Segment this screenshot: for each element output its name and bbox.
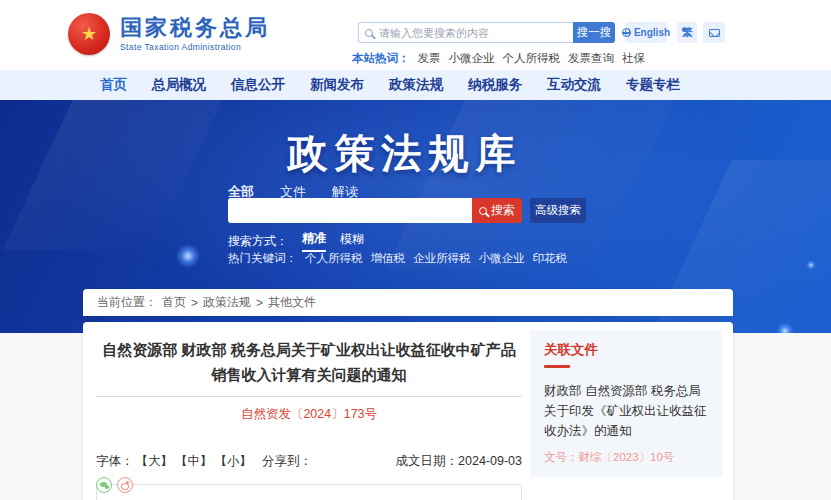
banner-decoration <box>3 100 228 250</box>
page: ★ 国家税务总局 State Taxation Administration 搜… <box>0 0 831 500</box>
mail-button[interactable] <box>703 22 725 43</box>
logo-text: 国家税务总局 State Taxation Administration <box>120 16 270 52</box>
mail-icon <box>709 29 720 37</box>
site-logo[interactable]: ★ 国家税务总局 State Taxation Administration <box>68 13 270 55</box>
nav-item-home[interactable]: 首页 <box>100 76 127 94</box>
policy-search-button[interactable]: 搜索 <box>472 198 522 223</box>
english-button[interactable]: English <box>625 22 667 43</box>
hot-keywords-row: 热门关键词： 个人所得税 增值税 企业所得税 小微企业 印花税 <box>228 251 567 266</box>
related-documents-title: 关联文件 <box>544 341 708 359</box>
search-icon <box>365 29 373 37</box>
nav-item-special[interactable]: 专题专栏 <box>626 76 680 94</box>
banner-glow-dot <box>806 260 816 270</box>
nav-item-news[interactable]: 新闻发布 <box>310 76 364 94</box>
mode-fuzzy[interactable]: 模糊 <box>340 231 364 251</box>
traditional-chinese-button[interactable]: 繁 <box>677 22 697 43</box>
search-mode-label: 搜索方式： <box>228 233 288 250</box>
document-meta-row: 字体： 【大】 【中】 【小】 分享到： 成文日期：2024-09-03 <box>96 453 522 470</box>
title-divider <box>96 396 522 397</box>
document-card: 自然资源部 财政部 税务总局关于矿业权出让收益征收中矿产品销售收入计算有关问题的… <box>83 322 733 500</box>
related-document-link[interactable]: 财政部 自然资源部 税务总局关于印发《矿业权出让收益征收办法》的通知 <box>544 381 708 441</box>
related-documents-panel: 关联文件 财政部 自然资源部 税务总局关于印发《矿业权出让收益征收办法》的通知 … <box>530 330 722 477</box>
wechat-share-icon[interactable] <box>96 477 112 493</box>
share-icons-row <box>96 477 522 493</box>
banner-glow-dot <box>776 322 794 333</box>
header-search-input[interactable] <box>379 27 567 39</box>
keyword-link[interactable]: 印花税 <box>533 251 568 266</box>
font-share-controls: 字体： 【大】 【中】 【小】 分享到： <box>96 453 312 470</box>
hotword-link[interactable]: 社保 <box>622 51 645 66</box>
breadcrumb-home[interactable]: 首页 <box>162 294 186 311</box>
font-small-button[interactable]: 【小】 <box>215 453 253 470</box>
hotwords-label: 本站热词： <box>352 51 410 66</box>
site-hotwords: 本站热词： 发票 小微企业 个人所得税 发票查询 社保 <box>352 51 645 66</box>
breadcrumb-policies[interactable]: 政策法规 <box>203 294 251 311</box>
hotword-link[interactable]: 小微企业 <box>449 51 495 66</box>
nav-item-policies[interactable]: 政策法规 <box>389 76 443 94</box>
top-header: ★ 国家税务总局 State Taxation Administration 搜… <box>0 0 831 70</box>
keyword-link[interactable]: 企业所得税 <box>413 251 471 266</box>
keyword-link[interactable]: 小微企业 <box>479 251 525 266</box>
font-medium-button[interactable]: 【中】 <box>175 453 213 470</box>
font-size-label: 字体： <box>96 453 134 470</box>
main-nav-items: 首页 总局概况 信息公开 新闻发布 政策法规 纳税服务 互动交流 专题专栏 <box>100 70 680 100</box>
publish-date-value: 2024-09-03 <box>458 454 522 468</box>
banner-glow-dot <box>176 244 200 268</box>
hotword-link[interactable]: 发票 <box>418 51 441 66</box>
document-title: 自然资源部 财政部 税务总局关于矿业权出让收益征收中矿产品销售收入计算有关问题的… <box>96 337 522 387</box>
keyword-link[interactable]: 增值税 <box>371 251 406 266</box>
nav-item-interaction[interactable]: 互动交流 <box>547 76 601 94</box>
site-title: 国家税务总局 <box>120 16 270 40</box>
banner-search-row: 搜索 高级搜索 <box>228 198 586 223</box>
search-mode-row: 搜索方式： 精准 模糊 <box>228 230 364 252</box>
nav-item-disclosure[interactable]: 信息公开 <box>231 76 285 94</box>
main-nav: 首页 总局概况 信息公开 新闻发布 政策法规 纳税服务 互动交流 专题专栏 <box>0 70 831 100</box>
globe-icon <box>622 28 631 37</box>
policy-search-label: 搜索 <box>491 202 515 219</box>
share-label: 分享到： <box>262 453 312 470</box>
publish-date-label: 成文日期： <box>396 454 459 468</box>
banner-title: 政策法规库 <box>230 126 580 181</box>
hotword-link[interactable]: 个人所得税 <box>503 51 561 66</box>
weibo-share-icon[interactable] <box>117 477 133 493</box>
font-large-button[interactable]: 【大】 <box>136 453 174 470</box>
breadcrumb-separator: > <box>256 296 263 310</box>
keyword-link[interactable]: 个人所得税 <box>305 251 363 266</box>
related-title-underline <box>544 365 570 368</box>
document-main-column: 自然资源部 财政部 税务总局关于矿业权出让收益征收中矿产品销售收入计算有关问题的… <box>96 322 522 500</box>
english-label: English <box>634 27 670 38</box>
advanced-search-button[interactable]: 高级搜索 <box>530 198 586 223</box>
nav-item-overview[interactable]: 总局概况 <box>152 76 206 94</box>
related-document-number: 文号：财综〔2023〕10号 <box>544 450 708 465</box>
policy-search-input[interactable] <box>228 198 472 223</box>
hot-keywords-label: 热门关键词： <box>228 251 297 266</box>
hotword-link[interactable]: 发票查询 <box>568 51 614 66</box>
publish-date: 成文日期：2024-09-03 <box>396 453 522 470</box>
breadcrumb-current: 其他文件 <box>268 294 316 311</box>
breadcrumb-label: 当前位置： <box>97 294 157 311</box>
document-number: 自然资发〔2024〕173号 <box>96 406 522 423</box>
national-emblem-icon: ★ <box>68 13 110 55</box>
breadcrumb-separator: > <box>191 296 198 310</box>
nav-item-tax-service[interactable]: 纳税服务 <box>468 76 522 94</box>
header-search-button[interactable]: 搜一搜 <box>573 22 615 43</box>
search-icon <box>479 207 487 215</box>
site-subtitle: State Taxation Administration <box>120 42 270 52</box>
header-search-box <box>358 22 573 43</box>
mode-exact[interactable]: 精准 <box>302 230 326 252</box>
breadcrumb: 当前位置： 首页 > 政策法规 > 其他文件 <box>83 289 733 316</box>
